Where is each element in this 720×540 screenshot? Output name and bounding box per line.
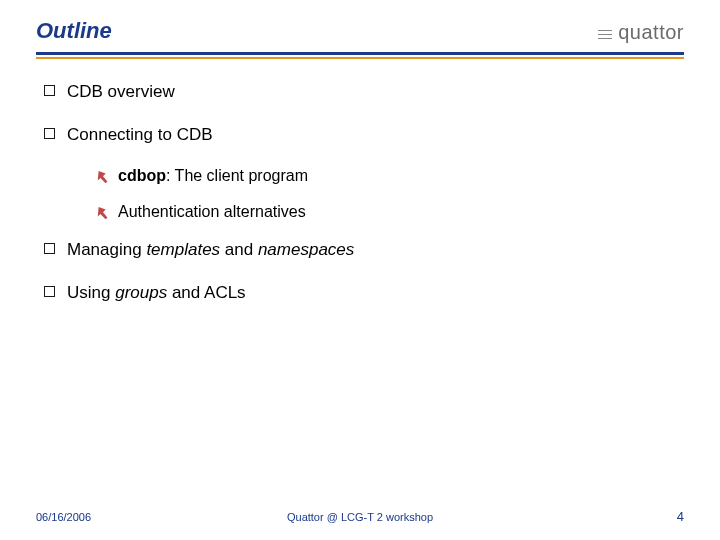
list-item: Connecting to CDB <box>44 124 676 145</box>
pin-icon <box>96 206 110 220</box>
header-rules <box>36 52 684 59</box>
pin-icon <box>96 170 110 184</box>
brand-text: quattor <box>618 21 684 44</box>
sub-list-item: Authentication alternatives <box>96 203 676 221</box>
list-item: Using groups and ACLs <box>44 282 676 303</box>
slide: Outline quattor CDB overview Connecting … <box>0 0 720 540</box>
list-item-text: Using groups and ACLs <box>67 282 246 303</box>
slide-footer: 06/16/2006 Quattor @ LCG-T 2 workshop 4 <box>36 509 684 524</box>
footer-title: Quattor @ LCG-T 2 workshop <box>36 511 684 523</box>
brand-icon <box>598 26 612 40</box>
list-item-text: Managing templates and namespaces <box>67 239 354 260</box>
brand: quattor <box>598 21 684 44</box>
svg-marker-0 <box>98 171 108 183</box>
footer-date: 06/16/2006 <box>36 511 91 523</box>
list-item: CDB overview <box>44 81 676 102</box>
bullet-square-icon <box>44 128 55 139</box>
sub-list-item-text: Authentication alternatives <box>118 203 306 221</box>
list-item-text: Connecting to CDB <box>67 124 213 145</box>
bullet-square-icon <box>44 243 55 254</box>
bullet-square-icon <box>44 85 55 96</box>
slide-header: Outline quattor <box>36 18 684 50</box>
sub-list-item: cdbop: The client program <box>96 167 676 185</box>
rule-blue <box>36 52 684 55</box>
bullet-square-icon <box>44 286 55 297</box>
sub-list-item-text: cdbop: The client program <box>118 167 308 185</box>
slide-title: Outline <box>36 18 112 44</box>
page-number: 4 <box>677 509 684 524</box>
list-item-text: CDB overview <box>67 81 175 102</box>
list-item: Managing templates and namespaces <box>44 239 676 260</box>
svg-marker-1 <box>98 207 108 219</box>
content: CDB overview Connecting to CDB cdbop: Th… <box>36 59 684 303</box>
